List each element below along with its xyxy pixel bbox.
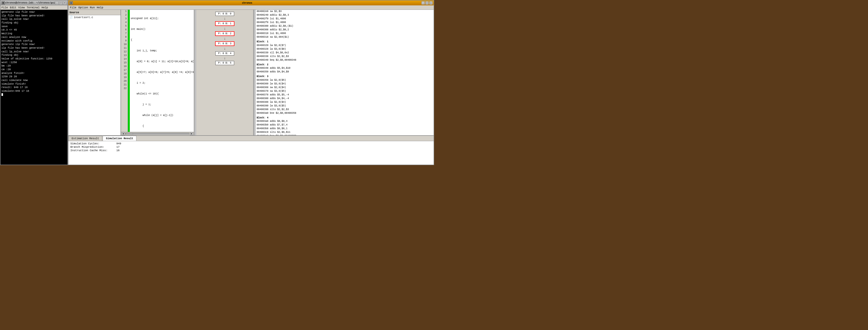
source-header: Source (68, 10, 121, 15)
chronos-menubar: File Option Run Help (68, 5, 434, 10)
cfg-nodes: P: 0 B: 0 ↓ P: 0 B: 1 ↓ P: 0 B: 2 ↓ P: 0 (215, 12, 234, 133)
code-text[interactable]: unsigned int a[11]; int main() { int i,j… (130, 10, 194, 132)
cfg-arrow-4: ↓ (224, 57, 226, 60)
asm-line: 004003c0 sltu $2,$6,$11 (257, 131, 433, 134)
terminal-line: Value of objective function: 1250 (1, 57, 66, 61)
chronos-minimize-btn[interactable]: _ (422, 1, 425, 5)
main-content: Source 📄 insertsort.c 1 2 3 4 (68, 10, 434, 135)
terminal-window-buttons: _ □ ✕ (55, 1, 66, 5)
result-row-branch: Branch Misprediction: 17 (70, 146, 432, 149)
code-line-4: int i,j, temp; (131, 49, 193, 53)
terminal-menu-file[interactable]: File (1, 6, 8, 9)
terminal-line: save (1, 25, 66, 28)
code-line-5: a[0] = 0; a[1] = 11; a[2]=10;a[3]=9; a[4… (131, 60, 193, 64)
cfg-arrow-1: ↓ (224, 27, 226, 30)
asm-line: 00400350 addu $4,$4,$9 (257, 70, 433, 74)
asm-line: 00400370 sw $3,0($5) (257, 90, 433, 93)
code-line-11: { (131, 124, 193, 128)
chronos-app-icon: ⊞ (69, 1, 73, 5)
chronos-menu-run[interactable]: Run (90, 6, 95, 9)
cfg-arrow-2: ↓ (224, 37, 226, 40)
asm-line: 00400240 addiu $2,$0,3 (257, 13, 433, 17)
terminal-line: call simulate now (1, 79, 66, 82)
simulation-result-content: Simulation Cycles: 949 Branch Mispredict… (68, 141, 434, 164)
cfg-panel: P: 0 B: 0 ↓ P: 0 B: 1 ↓ P: 0 B: 2 ↓ P: 0 (196, 10, 254, 135)
terminal-line: 1250 29 20 (1, 75, 66, 79)
asm-line: 00400338 sltu $2,$2,$3 (257, 55, 433, 58)
terminal-line: cm :20 (1, 68, 66, 71)
code-line-8: while(i <= 10){ (131, 92, 193, 96)
cfg-node-3[interactable]: P: 0 B: 3 (215, 41, 234, 46)
asm-line: 00400328 lw $3,0($8) (257, 48, 433, 51)
terminal-menu-view[interactable]: View (18, 6, 25, 9)
terminal-output[interactable]: generate ilp file now! ilp file has been… (0, 10, 67, 164)
code-line-2: int main() (131, 28, 193, 31)
tab-estimation[interactable]: Estimation Result (68, 136, 102, 141)
terminal-line: simulate:949 17 16 (1, 89, 66, 93)
chronos-menu-help[interactable]: Help (97, 6, 103, 9)
cfg-node-4[interactable]: P: 0 B: 4 (215, 51, 234, 56)
terminal-line: c0.3 <= 45 (1, 28, 66, 32)
chronos-menu-option[interactable]: Option (78, 6, 88, 9)
code-line-9: j = i; (131, 103, 193, 107)
terminal-app-icon: ▣ (1, 1, 5, 5)
terminal-menu-edit[interactable]: Edit (10, 6, 16, 9)
chronos-close-btn[interactable]: ✕ (429, 1, 433, 5)
terminal-line: wcet :1250 (1, 61, 66, 64)
asm-line: 00400348 addu $5,$4,$10 (257, 66, 433, 70)
cfg-arrow-3: ↓ (224, 47, 226, 50)
source-file-insertsort[interactable]: 📄 insertsort.c (68, 15, 121, 19)
asm-block-3-label: Block: 3 (257, 75, 433, 79)
terminal-maximize-btn[interactable]: □ (59, 1, 63, 5)
chronos-body: Source 📄 insertsort.c 1 2 3 4 (68, 10, 434, 164)
asm-line: 00400358 lw $2,0($5) (257, 79, 433, 82)
terminal-window: ▣ chronos@chronos-lab: ~/chronos/gui _ □… (0, 0, 68, 165)
terminal-line: call lp_solve now! (1, 50, 66, 54)
cfg-node-1[interactable]: P: 0 B: 1 (215, 21, 234, 26)
source-files-list: 📄 insertsort.c (68, 15, 121, 135)
asm-line: 00400360 lw $3,0($4) (257, 82, 433, 86)
branch-label: Branch Misprediction: (70, 146, 115, 149)
separator-2[interactable] (254, 10, 256, 135)
chronos-maximize-btn[interactable]: □ (425, 1, 429, 5)
chronos-window-buttons: _ □ ✕ (422, 1, 433, 5)
cfg-node-5[interactable]: P: 0 B: 5 (215, 61, 234, 65)
terminal-menu-terminal[interactable]: Terminal (27, 6, 40, 9)
separator-1[interactable] (194, 10, 196, 135)
tab-simulation[interactable]: Simulation Result (103, 136, 136, 141)
code-content[interactable]: 1 2 3 4 5 6 7 8 9 10 11 12 13 14 (121, 10, 194, 132)
asm-line: 004003b8 addu $6,$6,1 (257, 127, 433, 131)
cache-value: 16 (116, 149, 120, 152)
cfg-node-2[interactable]: P: 0 B: 2 (215, 31, 234, 36)
cfg-node-0[interactable]: P: 0 B: 0 (215, 12, 234, 16)
scroll-thumb[interactable] (126, 133, 133, 134)
chronos-menu-file[interactable]: File (70, 6, 76, 9)
terminal-line: Waiting (1, 32, 66, 35)
asm-block-4-label: Block: 4 (257, 116, 433, 120)
scroll-track[interactable] (125, 133, 189, 135)
result-row-cycles: Simulation Cycles: 949 (70, 142, 432, 145)
asm-line: 00400308 addiu $2,$0,2 (257, 28, 433, 32)
asm-line: 00400380 addu $4,$4,-4 (257, 97, 433, 100)
cfg-content[interactable]: P: 0 B: 0 ↓ P: 0 B: 1 ↓ P: 0 B: 2 ↓ P: 0 (196, 10, 253, 135)
terminal-menu-help[interactable]: Help (41, 6, 48, 9)
asm-content[interactable]: 004002e0 sw $2,$3 00400240 addiu $2,$0,3… (256, 10, 434, 135)
terminal-line: finding obj (1, 53, 66, 57)
scroll-left-btn[interactable]: ◀ (122, 132, 125, 135)
cycles-value: 949 (116, 142, 121, 145)
file-icon: 📄 (69, 16, 73, 19)
chronos-window: ⊞ chronos _ □ ✕ File Option Run Help Sou… (68, 0, 434, 165)
terminal-line: finding obj (1, 21, 66, 25)
scroll-right-btn[interactable]: ▶ (190, 132, 193, 135)
terminal-line: generate ilp file now! (1, 10, 66, 14)
terminal-close-btn[interactable]: ✕ (63, 1, 66, 5)
terminal-line: analyze finish! (1, 71, 66, 75)
code-hscrollbar[interactable]: ◀ ▶ (121, 132, 194, 135)
asm-line: 00400318 sw $2,984($1) (257, 35, 433, 39)
source-panel: Source 📄 insertsort.c (68, 10, 121, 135)
terminal-menubar: File Edit View Terminal Help (0, 5, 67, 10)
terminal-minimize-btn[interactable]: _ (55, 1, 59, 5)
line-numbers: 1 2 3 4 5 6 7 8 9 10 11 12 13 14 (121, 10, 128, 132)
asm-line: 004003a0 bne $2,$0,00400358 (257, 112, 433, 115)
code-line-1: unsigned int a[11]; (131, 17, 193, 21)
